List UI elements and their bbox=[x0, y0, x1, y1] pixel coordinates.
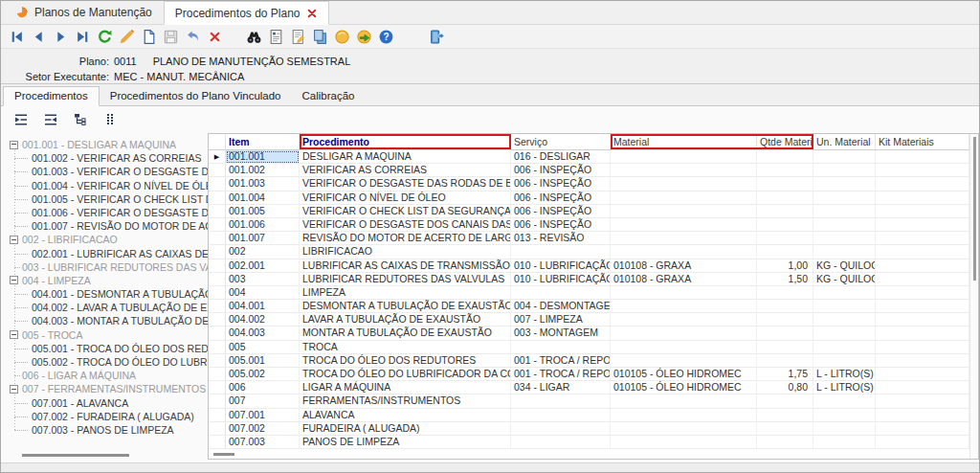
table-row[interactable]: 001.002VERIFICAR AS CORREIAS006 - INSPEÇ… bbox=[209, 164, 969, 177]
grid-cell[interactable] bbox=[757, 218, 813, 232]
grid-cell[interactable] bbox=[813, 232, 876, 245]
grid-cell[interactable] bbox=[611, 232, 757, 245]
grid-cell[interactable] bbox=[757, 177, 813, 191]
tree-collapse-icon[interactable] bbox=[10, 276, 18, 284]
column-header-qtde-material[interactable]: Qtde Material bbox=[757, 134, 813, 149]
grid-cell[interactable]: LIMPEZA bbox=[300, 286, 511, 300]
grid-cell[interactable] bbox=[611, 286, 757, 300]
table-row[interactable]: ▶001.001DESLIGAR A MAQUINA016 - DESLIGAR bbox=[209, 150, 969, 164]
tree-node[interactable]: 005.001 - TROCA DO ÓLEO DOS REDUTORES bbox=[5, 342, 208, 355]
tab-calibracao[interactable]: Calibração bbox=[292, 87, 366, 105]
table-row[interactable]: 007.001ALAVANCA bbox=[209, 409, 969, 422]
save-button[interactable] bbox=[160, 27, 182, 47]
table-row[interactable]: 007FERRAMENTAS/INSTRUMENTOS bbox=[209, 394, 969, 408]
grid-cell[interactable] bbox=[757, 286, 813, 300]
tree-node[interactable]: 004 - LIMPEZA bbox=[5, 274, 208, 287]
grid-cell[interactable] bbox=[611, 218, 757, 232]
grid-cell[interactable]: 005.002 bbox=[226, 368, 300, 381]
grid-cell[interactable] bbox=[757, 150, 813, 164]
grid-cell[interactable] bbox=[876, 313, 969, 327]
grid-cell[interactable] bbox=[813, 327, 876, 340]
grid-cell[interactable]: KG - QUILOGRAMA bbox=[813, 273, 876, 286]
grid-cell[interactable] bbox=[813, 245, 876, 259]
grid-cell[interactable] bbox=[757, 300, 813, 313]
grid-cell[interactable] bbox=[611, 422, 757, 436]
undo-button[interactable] bbox=[182, 27, 204, 47]
grid-cell[interactable]: MONTAR A TUBULAÇÃO DE EXAUSTÃO bbox=[300, 327, 511, 340]
grid-cell[interactable] bbox=[813, 286, 876, 300]
tree-node[interactable]: 001.004 - VERIFICAR O NÍVEL DE ÓLEO bbox=[5, 179, 208, 192]
grid-cell[interactable] bbox=[813, 177, 876, 191]
grid-cell[interactable] bbox=[876, 327, 969, 340]
tree-node[interactable]: 007.001 - ALAVANCA bbox=[5, 396, 208, 410]
tree-node[interactable]: 007 - FERRAMENTAS/INSTRUMENTOS bbox=[5, 382, 208, 395]
column-options-button[interactable] bbox=[101, 111, 119, 127]
grid-cell[interactable] bbox=[813, 409, 876, 422]
grid-cell[interactable] bbox=[611, 394, 757, 408]
table-row[interactable]: 001.005VERIFICAR O CHECK LIST DA SEGURAN… bbox=[209, 205, 969, 218]
grid-cell[interactable] bbox=[757, 232, 813, 245]
help-button[interactable]: ? bbox=[375, 27, 397, 47]
tree-node[interactable]: 003 - LUBRIFICAR REDUTORES DAS VALVULAS bbox=[5, 260, 208, 274]
grid-cell[interactable] bbox=[876, 177, 969, 191]
column-header-un-material[interactable]: Un. Material bbox=[813, 134, 876, 149]
grid-cell[interactable] bbox=[876, 218, 969, 232]
column-header-servi-o[interactable]: Serviço bbox=[511, 134, 611, 149]
grid-cell[interactable] bbox=[757, 422, 813, 436]
tree-node[interactable]: 001.007 - REVISÃO DO MOTOR DE ACERTO DE … bbox=[5, 219, 208, 233]
grid-cell[interactable]: 010108 - GRAXA bbox=[611, 259, 757, 273]
table-row[interactable]: 005TROCA bbox=[209, 341, 969, 354]
first-record-button[interactable] bbox=[6, 27, 28, 47]
grid-cell[interactable]: 004 - DESMONTAGEM bbox=[511, 300, 611, 313]
close-tab-icon[interactable] bbox=[306, 8, 318, 19]
new-button[interactable] bbox=[138, 27, 160, 47]
grid-cell[interactable]: 007 bbox=[226, 394, 300, 408]
notes-button[interactable] bbox=[287, 27, 309, 47]
exit-button[interactable] bbox=[426, 27, 448, 47]
grid-cell[interactable]: 006 - INSPEÇÃO bbox=[511, 164, 611, 177]
grid-cell[interactable] bbox=[876, 232, 969, 245]
grid-cell[interactable]: 006 bbox=[226, 381, 300, 394]
grid-cell[interactable] bbox=[813, 354, 876, 368]
grid-cell[interactable]: 007.002 bbox=[226, 422, 300, 436]
column-header-item[interactable]: Item bbox=[226, 134, 300, 149]
grid-cell[interactable]: 010105 - ÓLEO HIDROMEC bbox=[611, 368, 757, 381]
grid-cell[interactable] bbox=[813, 164, 876, 177]
grid-cell[interactable]: LUBRIFICAR AS CAIXAS DE TRANSMISSÃO DOS … bbox=[300, 259, 511, 273]
tree-node[interactable]: 004.002 - LAVAR A TUBULAÇÃO DE EXAUSTÃO bbox=[5, 301, 208, 314]
column-header-kit-materiais[interactable]: Kit Materiais bbox=[876, 134, 969, 149]
tab-procedimentos[interactable]: Procedimentos bbox=[3, 86, 100, 106]
grid-cell[interactable]: 001.006 bbox=[226, 218, 300, 232]
table-row[interactable]: 007.002FURADEIRA ( ALUGADA) bbox=[209, 422, 969, 436]
grid-cell[interactable]: 006 - INSPEÇÃO bbox=[511, 191, 611, 205]
grid-cell[interactable]: 001 - TROCA / REPOSIÇÃO bbox=[511, 354, 611, 368]
grid-cell[interactable] bbox=[757, 313, 813, 327]
grid-cell[interactable] bbox=[813, 218, 876, 232]
grid-cell[interactable] bbox=[876, 300, 969, 313]
grid-cell[interactable] bbox=[611, 177, 757, 191]
grid-cell[interactable]: 006 - INSPEÇÃO bbox=[511, 218, 611, 232]
refresh-button[interactable] bbox=[94, 27, 116, 47]
grid-cell[interactable]: 007.003 bbox=[226, 436, 300, 449]
tree-node[interactable]: 007.002 - FURADEIRA ( ALUGADA) bbox=[5, 410, 208, 423]
tree-node[interactable]: 005 - TROCA bbox=[5, 328, 208, 342]
grid-cell[interactable]: VERIFICAR AS CORREIAS bbox=[300, 164, 511, 177]
tree-levels-button[interactable] bbox=[72, 111, 89, 127]
grid-cell[interactable]: PANOS DE LIMPEZA bbox=[300, 436, 511, 449]
grid-cell[interactable] bbox=[813, 341, 876, 354]
grid-cell[interactable] bbox=[611, 354, 757, 368]
table-row[interactable]: 001.006VERIFICAR O DESGASTE DOS CANAIS D… bbox=[209, 218, 969, 232]
grid-cell[interactable]: 010108 - GRAXA bbox=[611, 273, 757, 286]
export-button[interactable] bbox=[331, 27, 353, 47]
grid-cell[interactable]: LAVAR A TUBULAÇÃO DE EXAUSTÃO bbox=[300, 313, 511, 327]
tree-node[interactable]: 004.003 - MONTAR A TUBULAÇÃO DE EXAUSTÃO bbox=[5, 314, 208, 327]
grid-cell[interactable] bbox=[611, 313, 757, 327]
tree-node[interactable]: 004.001 - DESMONTAR A TUBULAÇÃO DE EXAUS… bbox=[5, 287, 208, 301]
grid-cell[interactable] bbox=[611, 409, 757, 422]
grid-cell[interactable] bbox=[757, 327, 813, 340]
grid-cell[interactable]: 010105 - ÓLEO HIDROMEC bbox=[611, 381, 757, 394]
grid-cell[interactable] bbox=[813, 150, 876, 164]
grid-cell[interactable]: VERIFICAR O NÍVEL DE ÓLEO bbox=[300, 191, 511, 205]
tree-node[interactable]: 001.003 - VERIFICAR O DESGASTE DAS RODAS… bbox=[5, 165, 208, 178]
print-preview-button[interactable] bbox=[265, 27, 287, 47]
